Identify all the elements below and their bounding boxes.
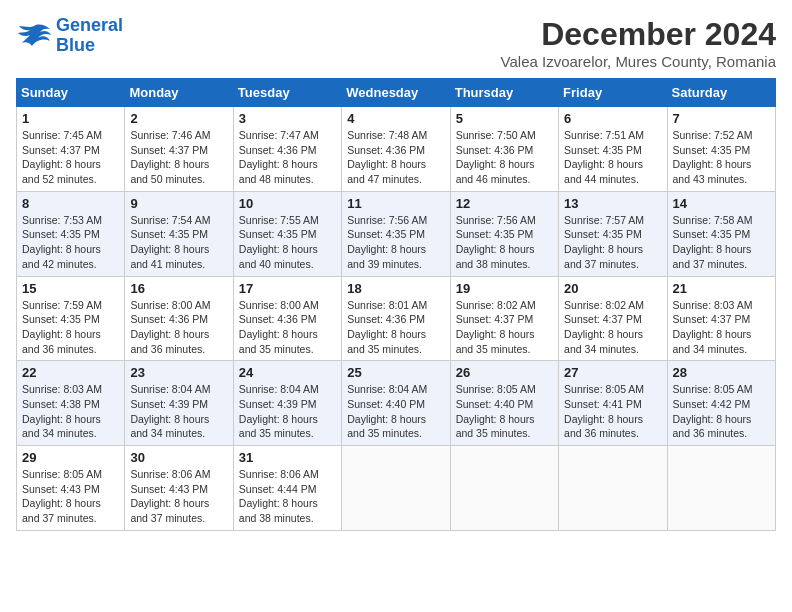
- day-info: Sunrise: 7:50 AM Sunset: 4:36 PM Dayligh…: [456, 128, 553, 187]
- day-number: 26: [456, 365, 553, 380]
- daylight-label: Daylight: 8 hours and 35 minutes.: [239, 413, 318, 440]
- sunset-label: Sunset: 4:35 PM: [456, 228, 534, 240]
- sunset-label: Sunset: 4:36 PM: [239, 313, 317, 325]
- table-row: 30 Sunrise: 8:06 AM Sunset: 4:43 PM Dayl…: [125, 446, 233, 531]
- day-info: Sunrise: 7:45 AM Sunset: 4:37 PM Dayligh…: [22, 128, 119, 187]
- table-row: 19 Sunrise: 8:02 AM Sunset: 4:37 PM Dayl…: [450, 276, 558, 361]
- day-number: 27: [564, 365, 661, 380]
- sunset-label: Sunset: 4:35 PM: [22, 313, 100, 325]
- table-row: 6 Sunrise: 7:51 AM Sunset: 4:35 PM Dayli…: [559, 107, 667, 192]
- sunrise-label: Sunrise: 8:04 AM: [239, 383, 319, 395]
- daylight-label: Daylight: 8 hours and 48 minutes.: [239, 158, 318, 185]
- daylight-label: Daylight: 8 hours and 34 minutes.: [673, 328, 752, 355]
- day-number: 9: [130, 196, 227, 211]
- table-row: 27 Sunrise: 8:05 AM Sunset: 4:41 PM Dayl…: [559, 361, 667, 446]
- day-number: 23: [130, 365, 227, 380]
- table-row: 17 Sunrise: 8:00 AM Sunset: 4:36 PM Dayl…: [233, 276, 341, 361]
- table-row: 29 Sunrise: 8:05 AM Sunset: 4:43 PM Dayl…: [17, 446, 125, 531]
- sunrise-label: Sunrise: 8:02 AM: [564, 299, 644, 311]
- sunrise-label: Sunrise: 7:46 AM: [130, 129, 210, 141]
- sunrise-label: Sunrise: 8:00 AM: [130, 299, 210, 311]
- table-row: 26 Sunrise: 8:05 AM Sunset: 4:40 PM Dayl…: [450, 361, 558, 446]
- title-block: December 2024 Valea Izvoarelor, Mures Co…: [501, 16, 776, 70]
- table-row: 8 Sunrise: 7:53 AM Sunset: 4:35 PM Dayli…: [17, 191, 125, 276]
- logo-bird-icon: [16, 21, 52, 51]
- col-saturday: Saturday: [667, 79, 775, 107]
- daylight-label: Daylight: 8 hours and 36 minutes.: [564, 413, 643, 440]
- day-info: Sunrise: 7:57 AM Sunset: 4:35 PM Dayligh…: [564, 213, 661, 272]
- calendar-week-row: 22 Sunrise: 8:03 AM Sunset: 4:38 PM Dayl…: [17, 361, 776, 446]
- sunset-label: Sunset: 4:37 PM: [456, 313, 534, 325]
- sunrise-label: Sunrise: 8:05 AM: [456, 383, 536, 395]
- day-info: Sunrise: 8:06 AM Sunset: 4:43 PM Dayligh…: [130, 467, 227, 526]
- sunset-label: Sunset: 4:36 PM: [456, 144, 534, 156]
- daylight-label: Daylight: 8 hours and 46 minutes.: [456, 158, 535, 185]
- sunset-label: Sunset: 4:41 PM: [564, 398, 642, 410]
- sunset-label: Sunset: 4:39 PM: [239, 398, 317, 410]
- sunset-label: Sunset: 4:43 PM: [22, 483, 100, 495]
- table-row: 13 Sunrise: 7:57 AM Sunset: 4:35 PM Dayl…: [559, 191, 667, 276]
- table-row: 4 Sunrise: 7:48 AM Sunset: 4:36 PM Dayli…: [342, 107, 450, 192]
- daylight-label: Daylight: 8 hours and 39 minutes.: [347, 243, 426, 270]
- logo: General Blue: [16, 16, 123, 56]
- sunset-label: Sunset: 4:36 PM: [130, 313, 208, 325]
- day-number: 2: [130, 111, 227, 126]
- sunrise-label: Sunrise: 7:54 AM: [130, 214, 210, 226]
- day-number: 4: [347, 111, 444, 126]
- sunrise-label: Sunrise: 8:02 AM: [456, 299, 536, 311]
- daylight-label: Daylight: 8 hours and 36 minutes.: [673, 413, 752, 440]
- sunrise-label: Sunrise: 7:58 AM: [673, 214, 753, 226]
- table-row: 18 Sunrise: 8:01 AM Sunset: 4:36 PM Dayl…: [342, 276, 450, 361]
- calendar-table: Sunday Monday Tuesday Wednesday Thursday…: [16, 78, 776, 531]
- table-row: 1 Sunrise: 7:45 AM Sunset: 4:37 PM Dayli…: [17, 107, 125, 192]
- sunrise-label: Sunrise: 7:50 AM: [456, 129, 536, 141]
- sunrise-label: Sunrise: 7:48 AM: [347, 129, 427, 141]
- daylight-label: Daylight: 8 hours and 42 minutes.: [22, 243, 101, 270]
- daylight-label: Daylight: 8 hours and 36 minutes.: [22, 328, 101, 355]
- col-wednesday: Wednesday: [342, 79, 450, 107]
- sunrise-label: Sunrise: 8:06 AM: [239, 468, 319, 480]
- day-info: Sunrise: 8:04 AM Sunset: 4:40 PM Dayligh…: [347, 382, 444, 441]
- table-row: [450, 446, 558, 531]
- sunrise-label: Sunrise: 7:55 AM: [239, 214, 319, 226]
- table-row: [559, 446, 667, 531]
- sunset-label: Sunset: 4:35 PM: [347, 228, 425, 240]
- day-info: Sunrise: 8:05 AM Sunset: 4:42 PM Dayligh…: [673, 382, 770, 441]
- calendar-week-row: 1 Sunrise: 7:45 AM Sunset: 4:37 PM Dayli…: [17, 107, 776, 192]
- sunrise-label: Sunrise: 7:47 AM: [239, 129, 319, 141]
- sunset-label: Sunset: 4:36 PM: [239, 144, 317, 156]
- day-info: Sunrise: 8:02 AM Sunset: 4:37 PM Dayligh…: [456, 298, 553, 357]
- daylight-label: Daylight: 8 hours and 35 minutes.: [456, 328, 535, 355]
- sunset-label: Sunset: 4:35 PM: [239, 228, 317, 240]
- day-number: 8: [22, 196, 119, 211]
- table-row: 12 Sunrise: 7:56 AM Sunset: 4:35 PM Dayl…: [450, 191, 558, 276]
- daylight-label: Daylight: 8 hours and 38 minutes.: [239, 497, 318, 524]
- day-info: Sunrise: 7:59 AM Sunset: 4:35 PM Dayligh…: [22, 298, 119, 357]
- daylight-label: Daylight: 8 hours and 34 minutes.: [564, 328, 643, 355]
- day-info: Sunrise: 7:53 AM Sunset: 4:35 PM Dayligh…: [22, 213, 119, 272]
- day-info: Sunrise: 7:54 AM Sunset: 4:35 PM Dayligh…: [130, 213, 227, 272]
- daylight-label: Daylight: 8 hours and 52 minutes.: [22, 158, 101, 185]
- col-friday: Friday: [559, 79, 667, 107]
- day-info: Sunrise: 8:03 AM Sunset: 4:37 PM Dayligh…: [673, 298, 770, 357]
- sunset-label: Sunset: 4:37 PM: [22, 144, 100, 156]
- day-info: Sunrise: 8:05 AM Sunset: 4:41 PM Dayligh…: [564, 382, 661, 441]
- day-number: 28: [673, 365, 770, 380]
- calendar-week-row: 29 Sunrise: 8:05 AM Sunset: 4:43 PM Dayl…: [17, 446, 776, 531]
- day-info: Sunrise: 7:52 AM Sunset: 4:35 PM Dayligh…: [673, 128, 770, 187]
- col-thursday: Thursday: [450, 79, 558, 107]
- table-row: [667, 446, 775, 531]
- sunrise-label: Sunrise: 7:53 AM: [22, 214, 102, 226]
- day-number: 17: [239, 281, 336, 296]
- sunset-label: Sunset: 4:35 PM: [673, 144, 751, 156]
- table-row: 20 Sunrise: 8:02 AM Sunset: 4:37 PM Dayl…: [559, 276, 667, 361]
- table-row: 15 Sunrise: 7:59 AM Sunset: 4:35 PM Dayl…: [17, 276, 125, 361]
- day-info: Sunrise: 8:04 AM Sunset: 4:39 PM Dayligh…: [239, 382, 336, 441]
- day-number: 25: [347, 365, 444, 380]
- day-number: 19: [456, 281, 553, 296]
- sunrise-label: Sunrise: 8:00 AM: [239, 299, 319, 311]
- day-info: Sunrise: 8:00 AM Sunset: 4:36 PM Dayligh…: [239, 298, 336, 357]
- sunrise-label: Sunrise: 7:52 AM: [673, 129, 753, 141]
- sunrise-label: Sunrise: 7:59 AM: [22, 299, 102, 311]
- sunrise-label: Sunrise: 7:56 AM: [456, 214, 536, 226]
